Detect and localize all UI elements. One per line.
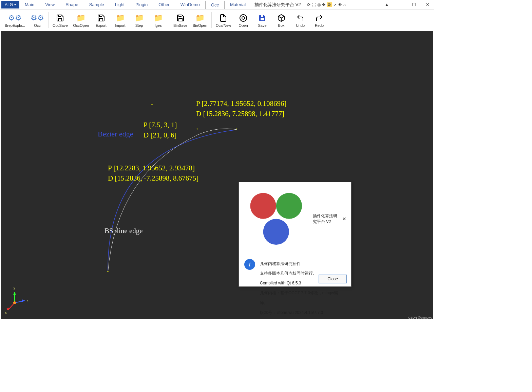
menu-light[interactable]: Light bbox=[110, 1, 130, 8]
save-icon bbox=[96, 13, 106, 23]
binopen-button[interactable]: 📁BinOpen bbox=[190, 10, 210, 30]
box-button[interactable]: Box bbox=[272, 10, 291, 30]
occ-button[interactable]: ⚙⚙Occ bbox=[28, 10, 47, 30]
dialog-content: 几何内核算法研究插件 支持多版本几何内核同时运行。 Compiled with … bbox=[260, 259, 346, 320]
folder-icon: 📁 bbox=[195, 13, 205, 23]
svg-marker-8 bbox=[13, 292, 16, 295]
gear-icon: ⚙⚙ bbox=[33, 13, 42, 23]
open-button[interactable]: Open bbox=[234, 10, 253, 30]
menu-other[interactable]: Other bbox=[153, 1, 175, 8]
folder-icon: 📁 bbox=[115, 13, 125, 23]
menu-plugin[interactable]: Plugin bbox=[130, 1, 153, 8]
menu-shape[interactable]: Shape bbox=[60, 1, 84, 8]
toolbar: ⚙⚙BrepExplo... ⚙⚙Occ OccSave 📁OccOpen Ex… bbox=[0, 10, 434, 31]
menu-main[interactable]: Main bbox=[19, 1, 40, 8]
menu-sample[interactable]: Sample bbox=[84, 1, 110, 8]
svg-marker-10 bbox=[22, 299, 25, 302]
occsave-button[interactable]: OccSave bbox=[50, 10, 71, 30]
binsave-button[interactable]: BinSave bbox=[171, 10, 190, 30]
toolbar-separator bbox=[169, 12, 169, 28]
svg-point-0 bbox=[240, 15, 247, 21]
step-button[interactable]: 📁Step bbox=[130, 10, 149, 30]
gear-icon: ⚙⚙ bbox=[10, 13, 20, 23]
redo-button[interactable]: Redo bbox=[310, 10, 329, 30]
control-point bbox=[107, 271, 109, 272]
dialog-close-button[interactable]: ✕ bbox=[340, 216, 348, 222]
svg-line-5 bbox=[8, 303, 15, 310]
ocafnew-button[interactable]: OcafNew bbox=[213, 10, 234, 30]
settings2-icon[interactable]: ⚙ bbox=[327, 2, 332, 7]
close-window-button[interactable]: ✕ bbox=[421, 0, 434, 10]
svg-point-15 bbox=[250, 193, 276, 219]
app-icon bbox=[242, 184, 311, 254]
export-button[interactable]: Export bbox=[92, 10, 111, 30]
refresh-icon[interactable]: ⟳ bbox=[307, 2, 310, 7]
move-icon[interactable]: ✥ bbox=[322, 2, 325, 7]
alg-menu-button[interactable]: ALG bbox=[1, 1, 19, 8]
svg-text:y: y bbox=[14, 286, 15, 290]
save-icon bbox=[176, 13, 185, 23]
box-icon bbox=[277, 13, 286, 23]
save-button[interactable]: Save bbox=[253, 10, 272, 30]
annotation-3d: D [15.2836, -7.25898, 8.67675] bbox=[108, 174, 198, 182]
annotation-2p: P [7.5, 3, 1] bbox=[144, 121, 177, 129]
toolbar-separator bbox=[48, 12, 49, 28]
svg-text:z: z bbox=[27, 299, 28, 302]
annotation-2d: D [21, 0, 6] bbox=[144, 131, 176, 139]
folder-icon: 📁 bbox=[76, 13, 86, 23]
menu-windemo[interactable]: WinDemo bbox=[175, 1, 205, 8]
watermark: CSDN @stonewu bbox=[408, 316, 432, 319]
iges-button[interactable]: 📁Iges bbox=[149, 10, 168, 30]
control-point bbox=[196, 128, 198, 130]
bspline-curve bbox=[108, 129, 237, 272]
menubar: ALG Main View Shape Sample Light Plugin … bbox=[0, 0, 434, 10]
brepexplore-button[interactable]: ⚙⚙BrepExplo... bbox=[2, 10, 28, 30]
folder-icon: 📁 bbox=[153, 13, 163, 23]
home-icon[interactable]: ⌂ bbox=[343, 2, 346, 7]
undo-button[interactable]: Undo bbox=[291, 10, 310, 30]
svg-rect-3 bbox=[261, 15, 263, 17]
svg-point-11 bbox=[13, 301, 16, 304]
annotation-1d: D [15.2836, 7.25898, 1.41777] bbox=[196, 110, 284, 118]
app-title: 插件化算法研究平台 V2 bbox=[251, 0, 304, 9]
toolbar-separator bbox=[211, 12, 212, 28]
save-icon bbox=[55, 13, 65, 23]
open-icon bbox=[239, 13, 248, 23]
axis-triad: x y z bbox=[5, 286, 28, 314]
bezier-label: Bezier edge bbox=[98, 130, 133, 138]
control-point bbox=[151, 104, 153, 105]
eye-icon[interactable]: 👁 bbox=[338, 2, 342, 7]
svg-point-1 bbox=[242, 17, 245, 19]
bspline-label: BSpline edge bbox=[104, 227, 143, 235]
fullscreen-icon[interactable]: ⛶ bbox=[312, 2, 316, 7]
menu-view[interactable]: View bbox=[40, 1, 60, 8]
redo-icon bbox=[315, 13, 324, 23]
annotation-1p: P [2.77174, 1.95652, 0.108696] bbox=[196, 99, 286, 108]
menu-material[interactable]: Material bbox=[225, 1, 251, 8]
new-icon bbox=[218, 13, 228, 23]
undo-icon bbox=[296, 13, 305, 23]
folder-icon: 📁 bbox=[134, 13, 144, 23]
disk-icon bbox=[258, 13, 267, 23]
svg-rect-2 bbox=[261, 18, 264, 20]
svg-point-16 bbox=[276, 193, 302, 219]
import-button[interactable]: 📁Import bbox=[111, 10, 130, 30]
info-icon: i bbox=[244, 259, 255, 270]
about-dialog: 插件化算法研究平台 V2 ✕ i 几何内核算法研究插件 支持多版本几何内核同时运… bbox=[239, 182, 352, 287]
annotation-3p: P [12.2283, 1.95652, 2.93478] bbox=[108, 164, 195, 172]
viewport-3d[interactable]: Bezier edge BSpline edge P [2.77174, 1.9… bbox=[1, 31, 433, 319]
up-button[interactable]: ▲ bbox=[380, 0, 394, 10]
occopen-button[interactable]: 📁OccOpen bbox=[71, 10, 92, 30]
share-icon[interactable]: ↗ bbox=[333, 2, 337, 7]
close-button[interactable]: Close bbox=[319, 275, 346, 283]
svg-point-17 bbox=[263, 219, 289, 245]
dialog-titlebar[interactable]: 插件化算法研究平台 V2 ✕ bbox=[239, 182, 351, 256]
svg-text:x: x bbox=[5, 311, 7, 314]
menu-occ[interactable]: Occ bbox=[205, 1, 225, 9]
minimize-button[interactable]: — bbox=[394, 0, 407, 10]
target-icon[interactable]: ◎ bbox=[317, 2, 321, 7]
dialog-title-text: 插件化算法研究平台 V2 bbox=[313, 213, 340, 225]
window-controls: ▲ — ☐ ✕ bbox=[380, 0, 434, 10]
maximize-button[interactable]: ☐ bbox=[407, 0, 421, 10]
title-toolbar-icons: ⟳ ⛶ ◎ ✥ ⚙ ↗ 👁 ⌂ bbox=[307, 2, 346, 7]
